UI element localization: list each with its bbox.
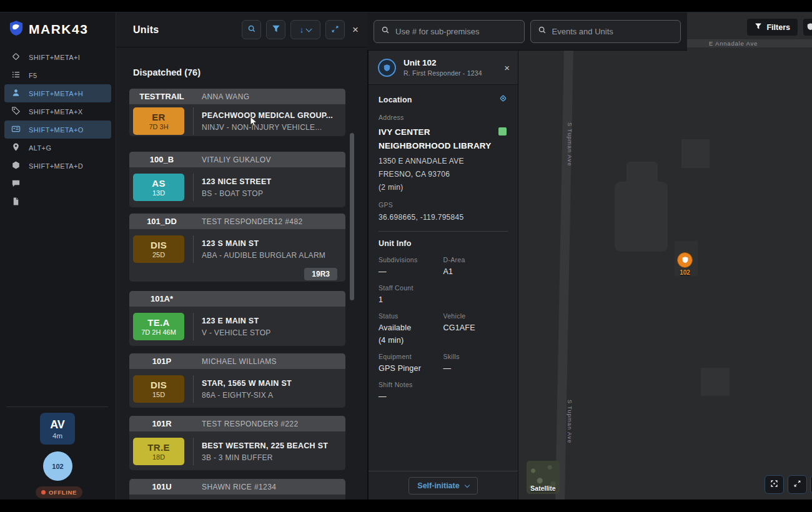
sidebar-item-geo[interactable]: ALT+G <box>4 139 111 157</box>
sidebar-item-search[interactable]: SHIFT+META+X <box>4 102 111 121</box>
sidebar-item-chat[interactable] <box>4 175 111 193</box>
logo-text: MARK43 <box>29 22 88 37</box>
skills-value: — <box>443 364 505 373</box>
status-duration: 4m <box>52 432 62 440</box>
unit-status-badge: DIS 25D <box>133 235 184 263</box>
premise-status-icon <box>498 127 507 135</box>
location-section-title: Location <box>379 96 412 104</box>
units-search-button[interactable] <box>242 20 261 39</box>
unit-detail-title: Unit 102 <box>404 58 504 67</box>
gps-label: GPS <box>379 201 508 209</box>
map-canvas[interactable]: E Annadale Ave S Tupman Ave S Tupman Ave… <box>518 12 812 500</box>
vehicle-value: CG1AFE <box>443 323 505 332</box>
search-icon <box>381 26 390 37</box>
unit-card[interactable]: 101_DD TEST RESPONDER12 #482 DIS 25D 123… <box>129 214 345 282</box>
locate-target-icon[interactable] <box>498 94 508 106</box>
location-section: Location Address IVY CENTER NEIGHBORHOOD… <box>369 85 518 232</box>
map-filters-button[interactable]: Filters <box>747 19 798 36</box>
search-icon <box>538 26 547 37</box>
unit-event-type: 3B - 3 MIN BUFFER <box>202 453 328 462</box>
premises-search-input[interactable] <box>395 27 517 36</box>
sidebar-item-queue[interactable]: F5 <box>4 66 111 84</box>
gps-coordinates: 36.698665, -119.795845 <box>379 213 508 222</box>
unit-card[interactable]: 101R TEST RESPONDER3 #222 TR.E 18D BEST … <box>129 416 345 470</box>
map-building <box>615 182 668 252</box>
unit-card[interactable]: 101A* TE.A 7D 2H 46M 123 E MAIN ST V - V… <box>129 291 345 346</box>
self-initiate-button[interactable]: Self-initiate <box>408 477 477 495</box>
associated-unit-tag: 19R3 <box>304 268 337 280</box>
app-window: MARK43 SHIFT+META+I F5 SHIFT+META+H SHIF… <box>0 12 812 500</box>
sidebar-item-label: F5 <box>29 72 37 79</box>
sidebar-item-units[interactable]: SHIFT+META+H <box>4 84 111 102</box>
events-units-search-field[interactable] <box>530 20 681 43</box>
sidebar-item-reports[interactable] <box>4 193 111 211</box>
sidebar-nav: SHIFT+META+I F5 SHIFT+META+H SHIFT+META+… <box>4 48 111 211</box>
sidebar-item-label: SHIFT+META+I <box>29 54 80 61</box>
detail-footer: Self-initiate <box>369 471 518 500</box>
satellite-label: Satellite <box>527 485 560 492</box>
unit-card[interactable]: 101U SHAWN RICE #1234 <box>129 479 345 500</box>
units-panel: Units ↓ × Dispatched (76) TESTTRAIL <box>116 12 369 500</box>
sidebar-item-cards[interactable]: SHIFT+META+O <box>4 121 111 139</box>
units-close-button[interactable]: × <box>352 24 359 36</box>
shield-icon <box>806 22 812 33</box>
sidebar: MARK43 SHIFT+META+I F5 SHIFT+META+H SHIF… <box>0 12 116 500</box>
street-label: S Tupman Ave <box>567 122 573 166</box>
sidebar-divider <box>6 406 108 407</box>
sidebar-item-dispatch[interactable]: SHIFT+META+D <box>4 157 111 175</box>
events-units-search-input[interactable] <box>552 27 674 36</box>
offline-dot-icon <box>41 490 46 495</box>
mark43-logo[interactable]: MARK43 <box>8 20 88 39</box>
subdivisions-label: Subdivisions <box>379 256 440 263</box>
staff-count-label: Staff Count <box>379 284 456 292</box>
unit-id: 101P <box>132 357 192 366</box>
unit-detail-subtitle: R. First Responder - 1234 <box>404 69 504 77</box>
units-expand-button[interactable] <box>325 20 345 39</box>
unit-card[interactable]: 101P MICHAEL WILLIAMS DIS 15D STAR, 1565… <box>129 353 345 408</box>
unit-shield-icon <box>378 59 396 77</box>
unit-officer-name: ANNA WANG <box>202 92 250 101</box>
unit-status-badge: TR.E 18D <box>133 438 184 465</box>
unit-id: TESTTRAIL <box>132 92 192 101</box>
sidebar-item-label: SHIFT+META+D <box>29 162 83 170</box>
map-edge-button[interactable] <box>803 19 812 36</box>
unit-status-card[interactable]: AV 4m <box>40 413 75 445</box>
status-time: (4 min) <box>379 336 440 345</box>
premises-search-field[interactable] <box>374 20 525 43</box>
id-card-icon <box>11 124 21 135</box>
darea-label: D-Area <box>443 256 505 263</box>
mark43-shield-icon <box>8 20 24 39</box>
equipment-label: Equipment <box>379 353 440 360</box>
map-recenter-button[interactable] <box>765 475 784 494</box>
unit-event-type: ABA - AUDIBLE BURGLAR ALARM <box>202 251 325 260</box>
satellite-layer-toggle[interactable]: Satellite <box>527 461 560 494</box>
map-building <box>701 368 730 396</box>
unit-status-badge: TE.A 7D 2H 46M <box>133 313 184 340</box>
dispatched-section-header: Dispatched (76) <box>133 67 201 77</box>
mouse-cursor <box>250 116 259 130</box>
map-pin-icon <box>11 142 21 153</box>
units-scrollbar[interactable] <box>350 133 354 300</box>
units-filter-button[interactable] <box>266 20 285 39</box>
map-fullscreen-button[interactable] <box>788 475 807 494</box>
sidebar-item-label: SHIFT+META+H <box>29 90 83 97</box>
unit-event-location: BEST WESTERN, 225 BEACH ST <box>202 441 328 450</box>
unit-info-section: Unit Info Subdivisions — D-Area A1 Staff… <box>369 232 518 401</box>
sidebar-item-label: ALT+G <box>29 144 51 152</box>
detail-close-button[interactable]: × <box>504 62 510 73</box>
unit-card[interactable]: TESTTRAIL ANNA WANG ER 7D 3H PEACHWOOD M… <box>129 89 345 136</box>
unit-event-location: 123 E MAIN ST <box>202 317 271 325</box>
units-sort-button[interactable]: ↓ <box>290 20 320 39</box>
queue-icon <box>11 70 21 81</box>
equipment-value: GPS Pinger <box>379 364 440 373</box>
filters-label: Filters <box>766 23 790 32</box>
filter-funnel-icon <box>272 24 280 36</box>
unit-102-map-marker[interactable] <box>677 252 693 268</box>
status-label: Status <box>379 312 440 320</box>
sidebar-item-events[interactable]: SHIFT+META+I <box>4 48 111 66</box>
unit-info-title: Unit Info <box>379 239 508 248</box>
unit-card[interactable]: 100_B VITALIY GUKALOV AS 13D 123 NICE ST… <box>129 152 345 207</box>
shift-notes-label: Shift Notes <box>379 381 456 388</box>
unit-avatar-bubble[interactable]: 102 <box>43 451 72 481</box>
filter-funnel-icon <box>755 22 762 32</box>
